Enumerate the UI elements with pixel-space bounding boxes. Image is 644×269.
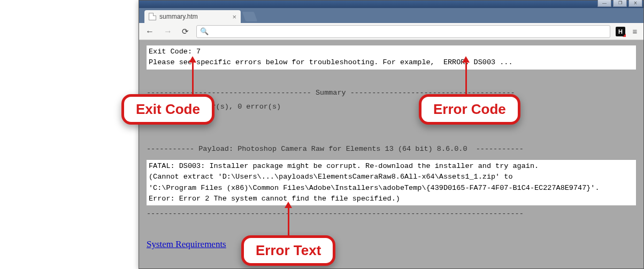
arrow-error-text-line — [288, 207, 289, 235]
arrow-error-code-head — [462, 56, 470, 63]
close-window-button[interactable]: X — [628, 0, 642, 7]
payload-separator: ----------- Payload: Photoshop Camera Ra… — [147, 144, 636, 155]
exit-code-line: Exit Code: 7 — [149, 48, 201, 56]
search-icon: 🔍 — [200, 27, 209, 35]
window-controls: — ❐ X — [597, 0, 642, 7]
toolbar: ← → ⟳ 🔍 H ≡ — [139, 23, 643, 40]
callout-error-text: Error Text — [241, 235, 335, 266]
gap1 — [147, 70, 636, 80]
fatal-line-3: 'C:\Program Files (x86)\Common Files\Ado… — [149, 184, 600, 192]
arrow-exit-code-head — [189, 56, 196, 63]
page-content: Exit Code: 7 Please see specific errors … — [139, 40, 643, 268]
fatal-line-1: FATAL: DS003: Installer package might be… — [149, 162, 539, 170]
minimize-button[interactable]: — — [597, 0, 611, 7]
close-tab-icon[interactable]: × — [232, 13, 236, 21]
extension-badge — [623, 34, 626, 37]
back-button[interactable]: ← — [143, 26, 156, 37]
page-icon — [149, 13, 156, 20]
extension-label: H — [618, 28, 623, 35]
gap2 — [147, 112, 636, 123]
arrow-error-code-line — [465, 62, 467, 94]
advice-line: Please see specific errors below for tro… — [149, 58, 513, 66]
extension-icon[interactable]: H — [616, 27, 625, 36]
summary-separator: -------------------------------------- S… — [147, 88, 636, 98]
tab-title: summary.htm — [159, 13, 198, 20]
titlebar: — ❐ X — [139, 1, 643, 8]
reload-button[interactable]: ⟳ — [180, 26, 191, 37]
counts-line: - 2 fatal error(s), 0 error(s) — [147, 102, 636, 112]
new-tab-button[interactable] — [242, 12, 258, 21]
end-separator: ----------------------------------------… — [147, 209, 636, 219]
fatal-line-4: Error: Error 2 The system cannot find th… — [149, 195, 400, 203]
browser-window: — ❐ X summary.htm × ← → ⟳ 🔍 H ≡ Exit Cod… — [139, 0, 644, 269]
gap3 — [147, 124, 636, 134]
forward-button[interactable]: → — [162, 26, 174, 37]
arrow-exit-code-line — [192, 62, 194, 94]
fatal-line-2: (Cannot extract 'D:\Users\...\payloads\E… — [149, 173, 513, 181]
callout-error-code: Error Code — [419, 94, 520, 125]
tab-summary[interactable]: summary.htm × — [144, 10, 241, 23]
tabstrip: summary.htm × — [139, 8, 643, 23]
arrow-error-text-head — [285, 202, 292, 208]
exit-code-block: Exit Code: 7 Please see specific errors … — [147, 45, 636, 70]
fatal-block: FATAL: DS003: Installer package might be… — [147, 160, 636, 205]
maximize-button[interactable]: ❐ — [613, 0, 627, 7]
menu-icon[interactable]: ≡ — [631, 28, 639, 35]
system-requirements-link[interactable]: System Requirements — [147, 239, 226, 249]
address-bar[interactable]: 🔍 — [196, 25, 610, 38]
callout-exit-code: Exit Code — [121, 94, 214, 125]
